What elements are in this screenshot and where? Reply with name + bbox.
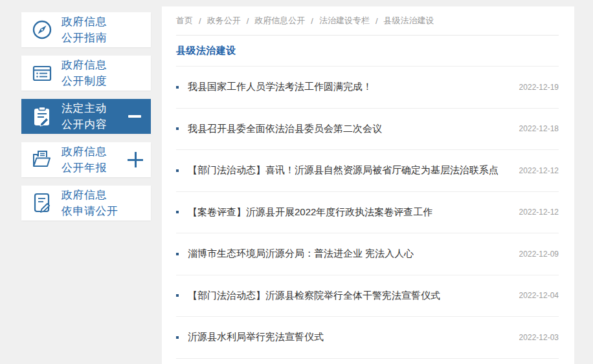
article-row: 淄博市生态环境局沂源分局：普法进企业 宪法入人心 2022-12-09 bbox=[176, 233, 559, 275]
breadcrumb-separator: / bbox=[247, 16, 249, 26]
bullet-square-icon bbox=[176, 253, 179, 255]
doc-edit-icon bbox=[29, 190, 55, 216]
article-link[interactable]: 【部门法治动态】沂源县检察院举行全体干警宪法宣誓仪式 bbox=[188, 290, 440, 302]
sidebar-item-disclosure-system[interactable]: 政府信息公开制度 bbox=[21, 56, 151, 91]
article-link[interactable]: 沂源县水利局举行宪法宣誓仪式 bbox=[188, 331, 324, 343]
sidebar-item-disclosure-guide[interactable]: 政府信息公开指南 bbox=[21, 12, 151, 47]
article-date: 2022-12-03 bbox=[511, 333, 559, 342]
breadcrumb-separator: / bbox=[199, 16, 201, 26]
breadcrumb-home[interactable]: 首页 bbox=[176, 15, 193, 27]
sidebar-item-annual-report[interactable]: 政府信息公开年报 bbox=[21, 142, 151, 177]
sidebar-item-label: 政府信息公开制度 bbox=[62, 57, 107, 89]
article-link[interactable]: 我县国家工作人员学法考法工作圆满完成！ bbox=[188, 81, 372, 93]
page-title: 县级法治建设 bbox=[176, 45, 236, 57]
breadcrumb-gov-affairs[interactable]: 政务公开 bbox=[207, 15, 241, 27]
content-panel: 首页 / 政务公开 / 政府信息公开 / 法治建设专栏 / 县级法治建设 县级法… bbox=[162, 6, 574, 364]
bullet-square-icon bbox=[176, 86, 179, 89]
article-row: 我县召开县委全面依法治县委员会第二次会议 2022-12-18 bbox=[176, 109, 559, 151]
sidebar-item-label: 政府信息公开指南 bbox=[62, 14, 107, 46]
list-doc-icon bbox=[29, 60, 55, 86]
article-link[interactable]: 淄博市生态环境局沂源分局：普法进企业 宪法入人心 bbox=[188, 248, 414, 260]
bullet-square-icon bbox=[176, 127, 179, 130]
article-row: 【案卷评查】沂源县开展2022年度行政执法案卷评查工作 2022-12-12 bbox=[176, 192, 559, 234]
breadcrumb-gov-info-disclosure[interactable]: 政府信息公开 bbox=[254, 15, 305, 27]
breadcrumb: 首页 / 政务公开 / 政府信息公开 / 法治建设专栏 / 县级法治建设 bbox=[176, 6, 559, 36]
section-title-bar: 县级法治建设 bbox=[176, 36, 559, 67]
breadcrumb-current-page: 县级法治建设 bbox=[384, 15, 434, 27]
article-link[interactable]: 【案卷评查】沂源县开展2022年度行政执法案卷评查工作 bbox=[188, 206, 432, 219]
compass-icon bbox=[29, 17, 55, 43]
breadcrumb-separator: / bbox=[311, 16, 313, 26]
sidebar-item-disclosure-on-request[interactable]: 政府信息依申请公开 bbox=[21, 186, 151, 220]
bullet-square-icon bbox=[176, 336, 179, 339]
article-date: 2022-12-18 bbox=[511, 124, 559, 133]
breadcrumb-rule-of-law-column[interactable]: 法治建设专栏 bbox=[319, 15, 370, 27]
sidebar-nav: 政府信息公开指南 政府信息公开制度 法定主动公开内容 bbox=[21, 12, 151, 229]
article-date: 2022-12-09 bbox=[511, 250, 559, 259]
article-link[interactable]: 【部门法治动态】喜讯！沂源县自然资源局被省厅确定为基层法治联系点 bbox=[188, 164, 498, 177]
article-date: 2022-12-04 bbox=[511, 291, 559, 300]
article-date: 2022-12-19 bbox=[511, 83, 559, 92]
bullet-square-icon bbox=[176, 211, 179, 213]
clipboard-pencil-icon bbox=[29, 103, 55, 129]
article-date: 2022-12-12 bbox=[511, 208, 559, 217]
breadcrumb-separator: / bbox=[375, 16, 378, 26]
sidebar-item-label: 法定主动公开内容 bbox=[62, 100, 107, 133]
article-row: 【部门法治动态】沂源县检察院举行全体干警宪法宣誓仪式 2022-12-04 bbox=[176, 275, 559, 317]
article-link[interactable]: 我县召开县委全面依法治县委员会第二次会议 bbox=[188, 123, 382, 135]
sidebar-item-label: 政府信息公开年报 bbox=[62, 144, 107, 176]
article-row: 我县国家工作人员学法考法工作圆满完成！ 2022-12-19 bbox=[176, 67, 559, 109]
sidebar-item-label: 政府信息依申请公开 bbox=[62, 187, 118, 219]
bullet-square-icon bbox=[176, 294, 179, 297]
folder-doc-icon bbox=[29, 147, 55, 173]
article-date: 2022-12-12 bbox=[511, 166, 559, 175]
article-row: 【部门法治动态】喜讯！沂源县自然资源局被省厅确定为基层法治联系点 2022-12… bbox=[176, 150, 559, 192]
sidebar-item-statutory-disclosure[interactable]: 法定主动公开内容 bbox=[21, 99, 151, 134]
bullet-square-icon bbox=[176, 169, 179, 172]
collapse-minus-icon[interactable] bbox=[128, 115, 141, 118]
article-row: 沂源县水利局举行宪法宣誓仪式 2022-12-03 bbox=[176, 317, 559, 359]
expand-plus-icon[interactable] bbox=[128, 152, 143, 167]
